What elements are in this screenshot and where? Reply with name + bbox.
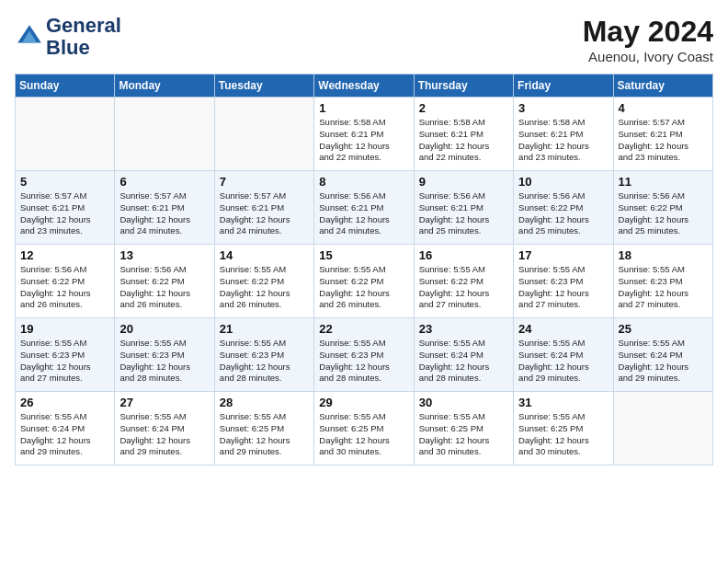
day-cell: 30Sunrise: 5:55 AM Sunset: 6:25 PM Dayli… [414,392,513,465]
day-info: Sunrise: 5:58 AM Sunset: 6:21 PM Dayligh… [518,117,608,164]
day-number: 20 [119,322,209,336]
day-cell: 5Sunrise: 5:57 AM Sunset: 6:21 PM Daylig… [16,171,115,245]
day-number: 18 [619,248,708,262]
day-cell: 7Sunrise: 5:57 AM Sunset: 6:21 PM Daylig… [214,171,313,245]
day-cell: 28Sunrise: 5:55 AM Sunset: 6:25 PM Dayli… [214,392,313,465]
day-cell: 29Sunrise: 5:55 AM Sunset: 6:25 PM Dayli… [314,392,414,465]
weekday-header-sunday: Sunday [16,75,115,98]
day-cell: 17Sunrise: 5:55 AM Sunset: 6:23 PM Dayli… [514,245,613,318]
day-info: Sunrise: 5:55 AM Sunset: 6:24 PM Dayligh… [419,338,508,385]
day-cell: 18Sunrise: 5:55 AM Sunset: 6:23 PM Dayli… [613,245,712,318]
day-info: Sunrise: 5:55 AM Sunset: 6:24 PM Dayligh… [518,338,608,385]
day-number: 9 [419,175,508,189]
day-number: 26 [20,396,109,409]
day-info: Sunrise: 5:55 AM Sunset: 6:25 PM Dayligh… [419,411,508,458]
day-cell: 4Sunrise: 5:57 AM Sunset: 6:21 PM Daylig… [613,98,712,171]
day-number: 27 [119,396,209,409]
page-header: General Blue May 2024 Auenou, Ivory Coas… [15,15,713,64]
day-cell: 27Sunrise: 5:55 AM Sunset: 6:24 PM Dayli… [115,392,214,465]
weekday-header-thursday: Thursday [414,75,513,98]
day-info: Sunrise: 5:55 AM Sunset: 6:22 PM Dayligh… [419,264,508,311]
day-cell: 9Sunrise: 5:56 AM Sunset: 6:21 PM Daylig… [414,171,513,245]
day-number: 21 [220,322,309,336]
day-info: Sunrise: 5:55 AM Sunset: 6:24 PM Dayligh… [619,338,708,385]
logo-line2: Blue [46,37,121,59]
day-cell [613,392,712,465]
day-cell: 6Sunrise: 5:57 AM Sunset: 6:21 PM Daylig… [115,171,214,245]
weekday-header-wednesday: Wednesday [314,75,414,98]
day-info: Sunrise: 5:55 AM Sunset: 6:23 PM Dayligh… [20,338,109,385]
day-number: 16 [419,248,508,262]
day-info: Sunrise: 5:55 AM Sunset: 6:25 PM Dayligh… [220,411,309,458]
day-info: Sunrise: 5:56 AM Sunset: 6:22 PM Dayligh… [619,190,708,237]
day-number: 22 [319,322,408,336]
day-cell: 22Sunrise: 5:55 AM Sunset: 6:23 PM Dayli… [314,318,414,392]
day-info: Sunrise: 5:58 AM Sunset: 6:21 PM Dayligh… [319,117,408,164]
day-number: 11 [619,175,708,189]
week-row-2: 5Sunrise: 5:57 AM Sunset: 6:21 PM Daylig… [16,171,713,245]
logo-icon [15,22,44,52]
day-number: 7 [220,175,309,189]
day-cell: 1Sunrise: 5:58 AM Sunset: 6:21 PM Daylig… [314,98,414,171]
day-cell: 12Sunrise: 5:56 AM Sunset: 6:22 PM Dayli… [16,245,115,318]
day-number: 17 [518,248,608,262]
day-number: 31 [518,396,608,409]
day-cell: 31Sunrise: 5:55 AM Sunset: 6:25 PM Dayli… [514,392,613,465]
day-cell: 16Sunrise: 5:55 AM Sunset: 6:22 PM Dayli… [414,245,513,318]
day-number: 8 [319,175,408,189]
day-info: Sunrise: 5:56 AM Sunset: 6:22 PM Dayligh… [119,264,209,311]
weekday-header-row: SundayMondayTuesdayWednesdayThursdayFrid… [16,75,713,98]
logo-text: General Blue [46,15,121,59]
day-info: Sunrise: 5:55 AM Sunset: 6:25 PM Dayligh… [518,411,608,458]
calendar-subtitle: Auenou, Ivory Coast [583,49,713,64]
day-cell: 11Sunrise: 5:56 AM Sunset: 6:22 PM Dayli… [613,171,712,245]
day-info: Sunrise: 5:55 AM Sunset: 6:23 PM Dayligh… [518,264,608,311]
day-number: 23 [419,322,508,336]
day-number: 14 [220,248,309,262]
day-cell: 15Sunrise: 5:55 AM Sunset: 6:22 PM Dayli… [314,245,414,318]
week-row-3: 12Sunrise: 5:56 AM Sunset: 6:22 PM Dayli… [16,245,713,318]
day-info: Sunrise: 5:56 AM Sunset: 6:22 PM Dayligh… [518,190,608,237]
day-number: 30 [419,396,508,409]
day-cell: 3Sunrise: 5:58 AM Sunset: 6:21 PM Daylig… [514,98,613,171]
day-cell: 26Sunrise: 5:55 AM Sunset: 6:24 PM Dayli… [16,392,115,465]
weekday-header-saturday: Saturday [613,75,712,98]
day-info: Sunrise: 5:55 AM Sunset: 6:24 PM Dayligh… [20,411,109,458]
day-cell: 8Sunrise: 5:56 AM Sunset: 6:21 PM Daylig… [314,171,414,245]
day-cell: 2Sunrise: 5:58 AM Sunset: 6:21 PM Daylig… [414,98,513,171]
day-number: 25 [619,322,708,336]
day-number: 15 [319,248,408,262]
calendar-table: SundayMondayTuesdayWednesdayThursdayFrid… [15,74,713,465]
day-cell: 25Sunrise: 5:55 AM Sunset: 6:24 PM Dayli… [613,318,712,392]
day-number: 4 [619,101,708,115]
day-info: Sunrise: 5:57 AM Sunset: 6:21 PM Dayligh… [20,190,109,237]
day-info: Sunrise: 5:55 AM Sunset: 6:22 PM Dayligh… [319,264,408,311]
day-info: Sunrise: 5:55 AM Sunset: 6:22 PM Dayligh… [220,264,309,311]
day-cell [214,98,313,171]
title-block: May 2024 Auenou, Ivory Coast [583,15,713,64]
day-number: 13 [119,248,209,262]
day-info: Sunrise: 5:55 AM Sunset: 6:23 PM Dayligh… [319,338,408,385]
day-number: 28 [220,396,309,409]
logo: General Blue [15,15,121,59]
day-number: 6 [119,175,209,189]
day-info: Sunrise: 5:57 AM Sunset: 6:21 PM Dayligh… [119,190,209,237]
day-info: Sunrise: 5:55 AM Sunset: 6:25 PM Dayligh… [319,411,408,458]
day-cell: 13Sunrise: 5:56 AM Sunset: 6:22 PM Dayli… [115,245,214,318]
weekday-header-tuesday: Tuesday [214,75,313,98]
day-number: 12 [20,248,109,262]
day-cell [115,98,214,171]
day-cell: 24Sunrise: 5:55 AM Sunset: 6:24 PM Dayli… [514,318,613,392]
day-cell: 23Sunrise: 5:55 AM Sunset: 6:24 PM Dayli… [414,318,513,392]
day-cell: 20Sunrise: 5:55 AM Sunset: 6:23 PM Dayli… [115,318,214,392]
logo-line1: General [46,15,121,37]
day-info: Sunrise: 5:56 AM Sunset: 6:22 PM Dayligh… [20,264,109,311]
day-info: Sunrise: 5:56 AM Sunset: 6:21 PM Dayligh… [319,190,408,237]
weekday-header-friday: Friday [514,75,613,98]
day-cell: 14Sunrise: 5:55 AM Sunset: 6:22 PM Dayli… [214,245,313,318]
day-info: Sunrise: 5:55 AM Sunset: 6:23 PM Dayligh… [119,338,209,385]
day-info: Sunrise: 5:57 AM Sunset: 6:21 PM Dayligh… [220,190,309,237]
day-number: 10 [518,175,608,189]
day-info: Sunrise: 5:58 AM Sunset: 6:21 PM Dayligh… [419,117,508,164]
day-info: Sunrise: 5:56 AM Sunset: 6:21 PM Dayligh… [419,190,508,237]
